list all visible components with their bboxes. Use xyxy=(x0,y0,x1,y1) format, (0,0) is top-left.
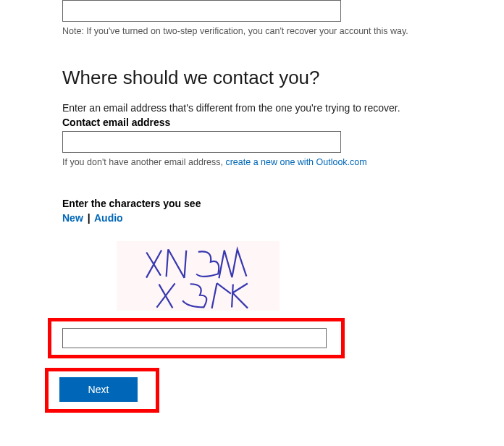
create-outlook-link[interactable]: create a new one with Outlook.com xyxy=(225,157,366,167)
outlook-hint: If you don't have another email address,… xyxy=(62,157,504,167)
captcha-image xyxy=(117,241,280,311)
captcha-input[interactable] xyxy=(62,328,327,348)
contact-heading: Where should we contact you? xyxy=(62,67,504,89)
two-step-note: Note: If you've turned on two-step verif… xyxy=(62,26,504,36)
contact-email-label: Contact email address xyxy=(62,117,504,128)
previous-field-input[interactable] xyxy=(62,0,341,22)
contact-email-input[interactable] xyxy=(62,131,341,153)
captcha-separator: | xyxy=(88,212,91,224)
captcha-new-link[interactable]: New xyxy=(62,212,83,224)
next-button[interactable]: Next xyxy=(59,377,138,402)
captcha-label: Enter the characters you see xyxy=(62,198,504,209)
captcha-audio-link[interactable]: Audio xyxy=(94,212,123,224)
contact-instruction: Enter an email address that's different … xyxy=(62,102,504,114)
captcha-controls: New | Audio xyxy=(62,212,504,224)
hint-text: If you don't have another email address, xyxy=(62,157,225,167)
